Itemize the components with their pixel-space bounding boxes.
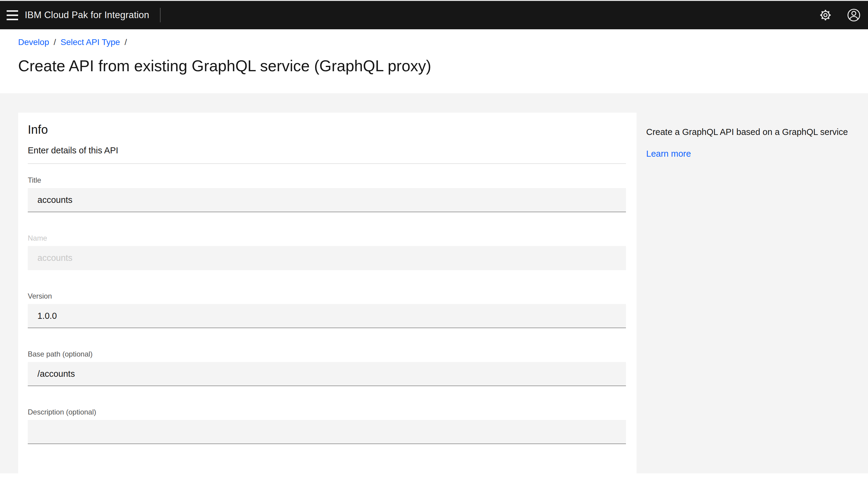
- version-input[interactable]: [28, 304, 626, 328]
- settings-button[interactable]: [811, 1, 840, 29]
- title-field-label: Title: [28, 175, 626, 185]
- breadcrumb-separator: /: [125, 37, 127, 48]
- user-account-button[interactable]: [840, 1, 868, 29]
- base-path-input[interactable]: [28, 362, 626, 386]
- app-header: IBM Cloud Pak for Integration: [0, 1, 868, 29]
- card-heading: Info: [28, 122, 626, 137]
- name-input: [28, 246, 626, 270]
- gear-icon: [819, 9, 832, 22]
- help-aside: Create a GraphQL API based on a GraphQL …: [646, 113, 848, 159]
- breadcrumb: Develop / Select API Type /: [18, 37, 868, 48]
- description-input[interactable]: [28, 420, 626, 444]
- info-form-card: Info Enter details of this API Title Nam…: [18, 113, 637, 473]
- breadcrumb-link-develop[interactable]: Develop: [18, 37, 49, 48]
- page-title-area: Develop / Select API Type / Create API f…: [0, 29, 868, 93]
- description-field: Description (optional): [28, 407, 626, 444]
- header-divider: [160, 8, 161, 22]
- app-title: IBM Cloud Pak for Integration: [25, 10, 149, 21]
- version-field: Version: [28, 291, 626, 328]
- base-path-field-label: Base path (optional): [28, 349, 626, 359]
- card-subheading: Enter details of this API: [28, 145, 626, 156]
- menu-icon: [7, 10, 18, 20]
- hamburger-menu-button[interactable]: [0, 1, 25, 29]
- breadcrumb-separator: /: [54, 37, 56, 48]
- card-divider: [28, 163, 626, 164]
- name-field: Name: [28, 233, 626, 270]
- version-field-label: Version: [28, 291, 626, 301]
- base-path-field: Base path (optional): [28, 349, 626, 386]
- title-field: Title: [28, 175, 626, 212]
- breadcrumb-link-select-api-type[interactable]: Select API Type: [61, 37, 120, 48]
- title-input[interactable]: [28, 188, 626, 212]
- name-field-label: Name: [28, 233, 626, 243]
- aside-description: Create a GraphQL API based on a GraphQL …: [646, 126, 848, 138]
- page-title: Create API from existing GraphQL service…: [18, 56, 868, 76]
- user-avatar-icon: [847, 8, 861, 22]
- learn-more-link[interactable]: Learn more: [646, 149, 691, 159]
- main-content: Info Enter details of this API Title Nam…: [0, 93, 868, 473]
- description-field-label: Description (optional): [28, 407, 626, 417]
